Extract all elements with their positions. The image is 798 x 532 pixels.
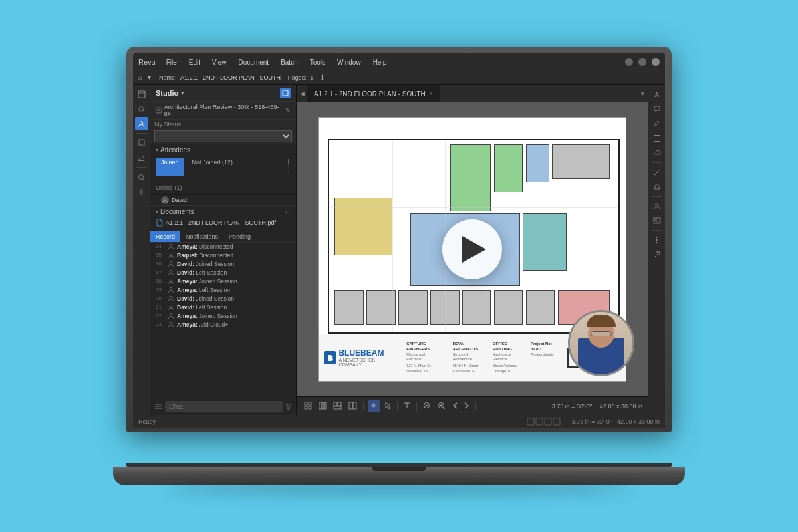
bb-col3-label: OFFICE BUILDING [493,341,525,352]
vt-text-icon[interactable] [402,400,412,412]
svg-point-21 [170,271,172,273]
chat-input[interactable] [165,401,283,412]
vt-nav-right-icon[interactable] [462,401,471,412]
rt-dots-icon[interactable] [650,233,664,247]
studio-icon[interactable] [135,88,148,101]
fp-hline1 [329,207,619,208]
vt-sync-icon[interactable] [346,400,359,412]
tab-pending[interactable]: Pending [223,231,256,242]
rt-image-icon[interactable] [650,214,664,227]
tab-notifications[interactable]: Notifications [180,231,223,242]
list-icon[interactable] [135,204,148,217]
vt-grid-icon[interactable] [302,400,314,412]
vt-zoom-in-icon[interactable] [436,400,448,412]
menu-help[interactable]: Help [370,57,390,67]
log-user-icon [168,287,174,293]
maximize-button[interactable]: □ [638,58,646,66]
person-glasses [591,331,612,336]
tab-joined[interactable]: Joined [156,158,184,176]
rt-sep1 [652,162,662,163]
svg-rect-42 [334,406,341,409]
log-user-icon [168,252,174,259]
fp-vline3 [503,140,503,332]
doc-row-floorplan: A1.2.1 - 2ND FLOOR PLAN - SOUTH.pdf [150,217,296,228]
status-select[interactable] [154,130,292,142]
rt-measure-icon[interactable] [650,166,664,179]
signature-icon[interactable] [135,151,148,164]
play-button[interactable] [442,219,502,279]
session-edit-icon[interactable]: ✎ [285,107,291,114]
rt-callout-icon[interactable] [650,102,664,116]
rt-arrow-icon[interactable] [650,248,664,261]
log-entry: 20 David: Joined Session [150,295,296,303]
settings-icon[interactable] [135,185,148,198]
menu-file[interactable]: File [164,57,180,67]
docs-header: ▾ Documents ↑↓ [150,205,296,217]
minimize-button[interactable]: — [625,58,633,66]
session-info: Architectural Plan Review - 30% - 518-46… [150,102,296,120]
fp-room-gray3 [366,290,396,325]
person-hair [587,315,616,327]
doc-tab-active[interactable]: A1.2.1 - 2ND FLOOR PLAN - SOUTH × [307,85,440,102]
svg-point-66 [656,242,658,243]
dropdown-icon[interactable]: ▾ [148,74,151,81]
svg-rect-62 [654,218,660,223]
tab-not-joined[interactable]: Not Joined (12) [187,158,239,176]
bookmark-icon[interactable] [135,136,148,150]
doc-tab-close-icon[interactable]: × [430,90,433,97]
tab-arrow-left[interactable]: ◀ [297,85,307,102]
vt-zoom-out-icon[interactable] [421,400,433,412]
vt-select-icon[interactable] [382,400,393,412]
rt-stamp-icon[interactable] [650,180,664,194]
studio-icon-btn[interactable] [280,88,291,98]
studio-dropdown-icon[interactable]: ▾ [181,90,184,96]
filter-icon[interactable] [285,404,292,410]
session-name: Architectural Plan Review - 30% - 518-46… [164,104,283,117]
chat-bar [150,398,296,415]
vt-nav-left-icon[interactable] [450,401,460,412]
menu-view[interactable]: View [209,57,229,67]
bb-logo-square [324,351,336,364]
person-thumbnail [568,310,634,376]
fp-room-blue1 [526,144,549,183]
rt-person-icon[interactable] [650,200,664,213]
session-icon[interactable] [135,117,148,130]
docs-chevron-icon[interactable]: ▾ [156,209,158,215]
doc-file-icon [156,219,163,227]
menu-edit[interactable]: Edit [186,57,203,67]
vt-sep2 [397,402,398,411]
rt-text-icon[interactable]: A [650,88,664,101]
menu-document[interactable]: Document [236,57,272,67]
rt-cloud-icon[interactable] [650,146,664,160]
info-icon[interactable]: ℹ [321,74,324,81]
search-panel-icon[interactable] [135,170,148,184]
close-button[interactable]: × [652,58,660,66]
bb-name-group: BLUEBEAM A NEMETSCHEK COMPANY [338,348,396,367]
vt-sep4 [475,402,476,411]
menu-tools[interactable]: Tools [307,57,328,67]
home-icon[interactable]: ⌂ [138,74,142,81]
attendees-chevron-icon[interactable]: ▾ [156,147,158,153]
svg-rect-71 [553,418,560,425]
rt-shapes-icon[interactable] [650,132,664,145]
doc-canvas: BLUEBEAM A NEMETSCHEK COMPANY CAPTURE EN… [297,102,648,396]
bb-col1-addr: 123 N. Main St.Nashville, TN [406,364,447,374]
tab-arrow-right[interactable]: ▾ [637,85,648,102]
svg-point-25 [170,305,172,308]
menu-window[interactable]: Window [334,57,364,67]
fp-room-gray4 [398,290,428,325]
app-window: Revu File Edit View Document Batch Tools… [133,53,665,428]
status-right: 3.75 in = 30'-0" 42.00 x 30.00 in [527,417,660,426]
vt-columns-icon[interactable] [317,400,329,412]
vt-layout-icon[interactable] [331,400,344,412]
rt-pen-icon[interactable] [650,117,664,130]
play-triangle-icon [462,236,486,263]
list-toggle-icon[interactable] [154,403,162,411]
vt-pan-icon[interactable] [368,400,380,412]
log-text: Ameya: Add Cloud+ [177,321,228,329]
menu-batch[interactable]: Batch [278,57,301,67]
layers-icon[interactable] [135,102,148,116]
svg-point-65 [656,239,658,241]
tab-record[interactable]: Record [150,231,180,242]
status-size: 42.00 x 30.00 in [617,418,660,425]
